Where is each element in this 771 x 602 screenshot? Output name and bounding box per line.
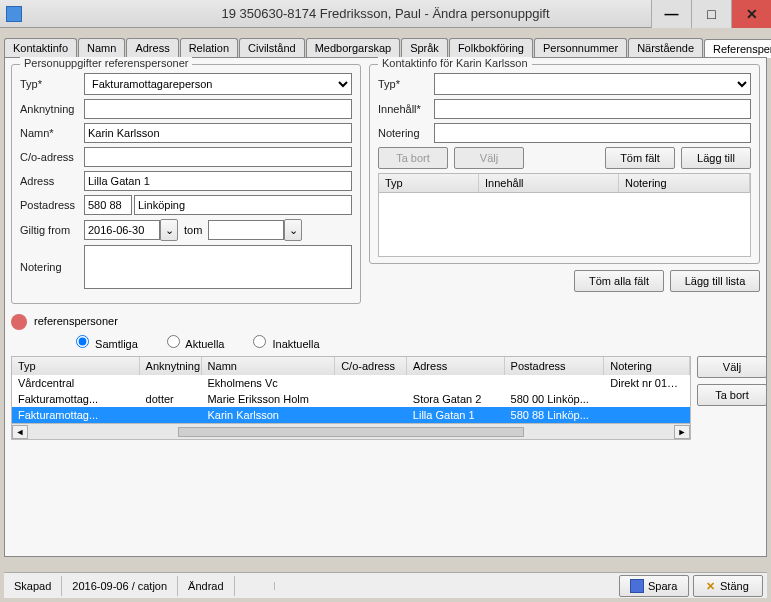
scroll-thumb[interactable]	[178, 427, 524, 437]
tab-folkbokföring[interactable]: Folkbokföring	[449, 38, 533, 57]
tab-personnummer[interactable]: Personnummer	[534, 38, 627, 57]
close-icon: ✕	[704, 580, 716, 592]
input-namn[interactable]	[84, 123, 352, 143]
minimize-button[interactable]: —	[651, 0, 691, 28]
tab-kontaktinfo[interactable]: Kontaktinfo	[4, 38, 77, 57]
select-r-typ[interactable]	[434, 73, 751, 95]
tab-page-referensperson: Personuppgifter referenspersoner Typ* Fa…	[4, 57, 767, 557]
input-r-notering[interactable]	[434, 123, 751, 143]
tab-närstående[interactable]: Närstående	[628, 38, 703, 57]
col-anknytning[interactable]: Anknytning	[140, 357, 202, 375]
status-andrad-label: Ändrad	[178, 576, 234, 596]
maximize-button[interactable]: □	[691, 0, 731, 28]
save-icon	[630, 579, 644, 593]
radio-aktuella[interactable]: Aktuella	[162, 332, 225, 350]
radio-inaktuella[interactable]: Inaktuella	[248, 332, 319, 350]
ref-grid[interactable]: TypAnknytningNamnC/o-adressAdressPostadr…	[11, 356, 691, 424]
tab-referensperson[interactable]: Referensperson	[704, 39, 771, 58]
table-row[interactable]: Fakturamottag...dotterMarie Eriksson Hol…	[12, 391, 690, 407]
label-giltig-from: Giltig from	[20, 224, 84, 236]
tom-falt-button[interactable]: Töm fält	[605, 147, 675, 169]
status-andrad-value	[235, 582, 275, 590]
title-bar: 19 350630-8174 Fredriksson, Paul - Ändra…	[0, 0, 771, 28]
label-postadress: Postadress	[20, 199, 84, 211]
input-post-city[interactable]	[134, 195, 352, 215]
select-typ[interactable]: Fakturamottagareperson	[84, 73, 352, 95]
th-notering: Notering	[619, 174, 750, 192]
label-r-notering: Notering	[378, 127, 434, 139]
label-coadress: C/o-adress	[20, 151, 84, 163]
input-from-date[interactable]	[84, 220, 160, 240]
status-skapad-label: Skapad	[4, 576, 62, 596]
people-icon	[11, 314, 27, 330]
label-r-typ: Typ*	[378, 78, 434, 90]
col-notering[interactable]: Notering	[604, 357, 690, 375]
ref-heading: referenspersoner	[11, 314, 760, 330]
label-r-innehall: Innehåll*	[378, 103, 434, 115]
status-bar: Skapad 2016-09-06 / catjon Ändrad Spara …	[4, 572, 767, 598]
col-c/o-adress[interactable]: C/o-adress	[335, 357, 407, 375]
tab-medborgarskap[interactable]: Medborgarskap	[306, 38, 400, 57]
kontakt-table-header: Typ Innehåll Notering	[378, 173, 751, 193]
grid-hscrollbar[interactable]: ◄ ►	[11, 424, 691, 440]
ta-bort-button[interactable]: Ta bort	[378, 147, 448, 169]
group-legend-kontakt: Kontaktinfo för Karin Karlsson	[378, 57, 532, 69]
grid-valj-button[interactable]: Välj	[697, 356, 767, 378]
th-innehall: Innehåll	[479, 174, 619, 192]
input-adress[interactable]	[84, 171, 352, 191]
lagg-till-lista-button[interactable]: Lägg till lista	[670, 270, 760, 292]
kontakt-table-body[interactable]	[378, 193, 751, 257]
scroll-right-icon[interactable]: ►	[674, 425, 690, 439]
stang-button[interactable]: ✕Stäng	[693, 575, 763, 597]
tab-adress[interactable]: Adress	[126, 38, 178, 57]
table-row[interactable]: VårdcentralEkholmens VcDirekt nr 010-1..…	[12, 375, 690, 391]
scroll-left-icon[interactable]: ◄	[12, 425, 28, 439]
label-typ: Typ*	[20, 78, 84, 90]
col-typ[interactable]: Typ	[12, 357, 140, 375]
app-icon	[6, 6, 22, 22]
col-namn[interactable]: Namn	[202, 357, 336, 375]
label-tom: tom	[184, 224, 202, 236]
datepicker-tom-button[interactable]: ⌄	[284, 219, 302, 241]
tab-civilstånd[interactable]: Civilstånd	[239, 38, 305, 57]
label-notering: Notering	[20, 261, 84, 273]
col-adress[interactable]: Adress	[407, 357, 505, 375]
label-anknytning: Anknytning	[20, 103, 84, 115]
input-tom-date[interactable]	[208, 220, 284, 240]
input-r-innehall[interactable]	[434, 99, 751, 119]
close-button[interactable]: ✕	[731, 0, 771, 28]
window-title: 19 350630-8174 Fredriksson, Paul - Ändra…	[221, 6, 549, 21]
table-row[interactable]: Fakturamottag...Karin KarlssonLilla Gata…	[12, 407, 690, 423]
input-notering[interactable]	[84, 245, 352, 289]
label-adress: Adress	[20, 175, 84, 187]
tab-strip: KontaktinfoNamnAdressRelationCivilståndM…	[0, 34, 771, 57]
group-legend: Personuppgifter referenspersoner	[20, 57, 192, 69]
input-coadress[interactable]	[84, 147, 352, 167]
lagg-till-button[interactable]: Lägg till	[681, 147, 751, 169]
tab-namn[interactable]: Namn	[78, 38, 125, 57]
group-kontaktinfo: Kontaktinfo för Karin Karlsson Typ* Inne…	[369, 64, 760, 264]
input-anknytning[interactable]	[84, 99, 352, 119]
spara-button[interactable]: Spara	[619, 575, 689, 597]
tom-alla-falt-button[interactable]: Töm alla fält	[574, 270, 664, 292]
valj-button[interactable]: Välj	[454, 147, 524, 169]
tab-språk[interactable]: Språk	[401, 38, 448, 57]
group-personuppgifter: Personuppgifter referenspersoner Typ* Fa…	[11, 64, 361, 304]
label-namn: Namn*	[20, 127, 84, 139]
grid-ta-bort-button[interactable]: Ta bort	[697, 384, 767, 406]
input-post-zip[interactable]	[84, 195, 132, 215]
radio-samtliga[interactable]: Samtliga	[71, 332, 138, 350]
tab-relation[interactable]: Relation	[180, 38, 238, 57]
status-skapad-value: 2016-09-06 / catjon	[62, 576, 178, 596]
col-postadress[interactable]: Postadress	[505, 357, 605, 375]
th-typ: Typ	[379, 174, 479, 192]
datepicker-from-button[interactable]: ⌄	[160, 219, 178, 241]
